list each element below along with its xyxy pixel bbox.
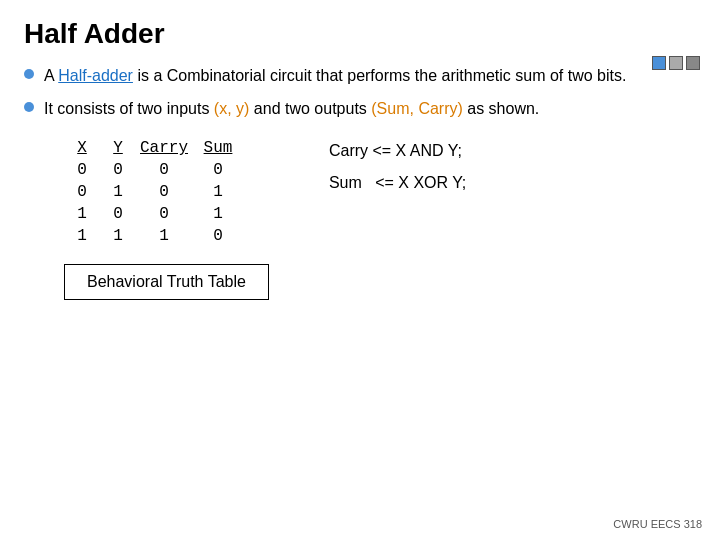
col-header-sum: Sum (192, 138, 244, 158)
table-cell: 0 (64, 182, 100, 202)
col-header-carry: Carry (136, 138, 192, 158)
bullet-text-2: It consists of two inputs (x, y) and two… (44, 97, 539, 120)
table-cell: 0 (100, 204, 136, 224)
equations-area: Carry <= X AND Y; Sum <= X XOR Y; (329, 142, 466, 192)
equation-carry: Carry <= X AND Y; (329, 142, 466, 160)
table-cell: 0 (192, 160, 244, 180)
halfadder-link: Half-adder (58, 67, 133, 84)
col-header-x: X (64, 138, 100, 158)
table-cell: 1 (64, 204, 100, 224)
bullet-dot-1 (24, 69, 34, 79)
col-header-y: Y (100, 138, 136, 158)
table-cell: 0 (100, 160, 136, 180)
equation-sum: Sum <= X XOR Y; (329, 174, 466, 192)
table-cell: 0 (136, 182, 192, 202)
table-cell: 0 (136, 204, 192, 224)
behavioral-truth-table-label: Behavioral Truth Table (64, 264, 269, 300)
content-row: X Y Carry Sum 0 0 0 0 0 1 0 1 1 0 0 1 (24, 138, 696, 300)
table-cell: 1 (192, 182, 244, 202)
bullet-text-1: A Half-adder is a Combinatorial circuit … (44, 64, 626, 87)
inputs-highlight: (x, y) (214, 100, 250, 117)
truth-table-area: X Y Carry Sum 0 0 0 0 0 1 0 1 1 0 0 1 (64, 138, 269, 300)
table-cell: 1 (192, 204, 244, 224)
bullet-dot-2 (24, 102, 34, 112)
page-title: Half Adder (24, 18, 696, 50)
watermark: CWRU EECS 318 (613, 518, 702, 530)
table-cell: 1 (136, 226, 192, 246)
table-cell: 0 (192, 226, 244, 246)
table-cell: 1 (100, 226, 136, 246)
page-container: Half Adder A Half-adder is a Combinatori… (0, 0, 720, 540)
table-cell: 0 (136, 160, 192, 180)
bullet-item-2: It consists of two inputs (x, y) and two… (24, 97, 696, 120)
decoration-bar (652, 56, 700, 70)
deco-box-dark (686, 56, 700, 70)
table-cell: 0 (64, 160, 100, 180)
deco-box-blue (652, 56, 666, 70)
bullet-item-1: A Half-adder is a Combinatorial circuit … (24, 64, 696, 87)
table-cell: 1 (100, 182, 136, 202)
table-cell: 1 (64, 226, 100, 246)
truth-table-grid: X Y Carry Sum 0 0 0 0 0 1 0 1 1 0 0 1 (64, 138, 269, 246)
deco-box-gray (669, 56, 683, 70)
outputs-highlight: (Sum, Carry) (371, 100, 463, 117)
bullet-section: A Half-adder is a Combinatorial circuit … (24, 64, 696, 120)
